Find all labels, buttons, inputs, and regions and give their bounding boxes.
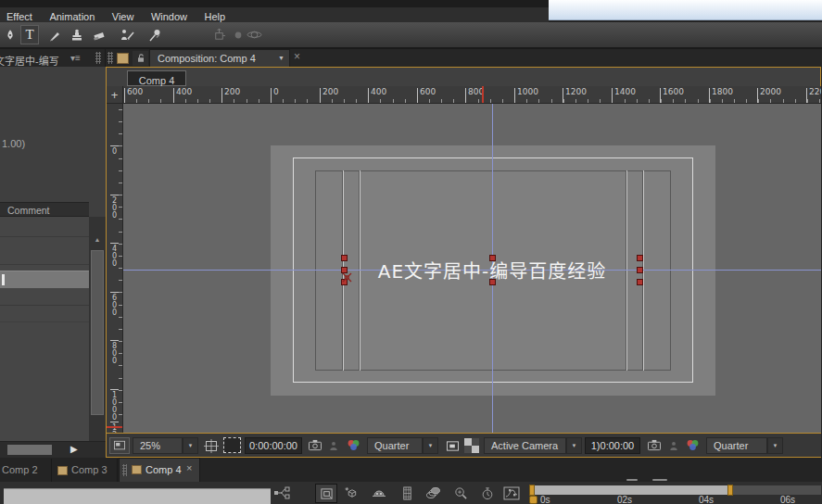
timeline-left-field[interactable]: [4, 488, 271, 504]
work-area-start-handle[interactable]: [529, 485, 535, 496]
panel-menu-icon[interactable]: ▾≡: [70, 53, 81, 63]
timeline-tab-comp2[interactable]: Comp 2: [0, 459, 52, 482]
composition-viewer[interactable]: AE文字居中-编导百度经验: [123, 104, 821, 433]
time-label: 0s: [540, 495, 550, 504]
comp-marker-icon[interactable]: [529, 496, 537, 504]
left-panel-value-fragment: 1.00): [2, 138, 25, 149]
viewer-tab-label: Comp 4: [139, 75, 175, 86]
chevron-down-icon: ▼: [188, 443, 194, 448]
mini-flowchart-icon[interactable]: [272, 485, 292, 501]
orbit-camera-icon[interactable]: [246, 27, 263, 43]
row-marker: [2, 274, 5, 285]
ruler-label: 600: [417, 88, 436, 103]
channels-icon[interactable]: [344, 437, 363, 453]
panel-grip[interactable]: [95, 52, 101, 64]
chevron-down-icon: ▼: [572, 443, 577, 448]
resolution-chevron-2[interactable]: ▼: [767, 437, 783, 454]
timecode-field-2[interactable]: 1)0:00:00: [585, 437, 640, 454]
selection-handle[interactable]: [341, 255, 348, 261]
time-label: 04s: [699, 495, 714, 504]
work-area-bar[interactable]: [535, 485, 727, 495]
left-panel-hscrollbar[interactable]: ▶: [0, 441, 106, 458]
scroll-right-icon[interactable]: ▶: [70, 444, 78, 454]
motion-blur-icon[interactable]: [423, 485, 443, 501]
timeline-tab-comp4-active[interactable]: Comp 4 ×: [119, 458, 200, 482]
ruler-label: 1200: [563, 88, 587, 103]
comment-column-header[interactable]: Comment: [0, 202, 89, 217]
magnification-dropdown[interactable]: 25%: [133, 437, 183, 454]
roto-brush-icon[interactable]: [118, 26, 136, 44]
resolution-value-2: Quarter: [714, 440, 748, 451]
brush-tool-icon[interactable]: [46, 26, 63, 44]
clone-stamp-icon[interactable]: [69, 26, 85, 44]
tab-chevron-down-icon[interactable]: ▼: [278, 55, 285, 61]
snapshot-camera-icon[interactable]: [305, 437, 324, 453]
eraser-tool-icon[interactable]: [91, 26, 107, 44]
always-preview-button[interactable]: [109, 437, 130, 454]
selection-handle[interactable]: [637, 255, 643, 261]
comp-panel-grip[interactable]: [107, 52, 113, 64]
ruler-label: 400: [173, 88, 192, 103]
selection-handle[interactable]: [637, 267, 643, 273]
scroll-up-button[interactable]: ▲: [89, 233, 106, 247]
shy-layers-icon[interactable]: [369, 485, 389, 501]
comp-panel-tab[interactable]: Composition: Comp 4 ▼: [149, 49, 290, 67]
pen-tool-icon[interactable]: [2, 26, 18, 44]
lock-icon[interactable]: [133, 51, 148, 66]
draft-3d-icon[interactable]: [315, 484, 337, 503]
left-panel-tabbar: 文字居中-编写 ▾≡: [0, 49, 106, 67]
puppet-pin-icon[interactable]: [146, 26, 163, 44]
background-window-titlebar: [549, 0, 822, 20]
ruler-label: 1000: [514, 88, 538, 103]
transparency-grid-button[interactable]: [464, 438, 479, 453]
resolution-value: Quarter: [374, 440, 409, 451]
safe-margins-button[interactable]: [202, 437, 221, 454]
region-button[interactable]: [444, 437, 462, 454]
viewer-tab-button[interactable]: Comp 4: [127, 70, 186, 86]
ruler-corner[interactable]: +: [107, 86, 123, 104]
tab-close-icon[interactable]: ×: [186, 462, 192, 473]
timecode-field[interactable]: 0:00:00:00: [245, 437, 302, 454]
axis-mode-icon[interactable]: [211, 27, 227, 43]
left-panel-tab-label: 文字居中-编写: [0, 53, 59, 67]
graph-editor-icon[interactable]: [501, 485, 522, 501]
row-separator: [0, 321, 89, 322]
show-snapshot-icon[interactable]: [326, 438, 341, 453]
selection-handle[interactable]: [489, 279, 496, 285]
magnification-chevron[interactable]: ▼: [183, 437, 198, 454]
left-panel: 文字居中-编写 ▾≡ 1.00) Comment ▲ ▼ ▶: [0, 49, 106, 458]
left-panel-tab[interactable]: 文字居中-编写: [0, 49, 69, 67]
tab-grip[interactable]: [122, 464, 127, 476]
corner-crosshair-icon: +: [111, 88, 119, 102]
anchor-point-icon[interactable]: [342, 272, 352, 283]
view-chevron[interactable]: ▼: [566, 437, 582, 454]
ruler-label: 1400: [612, 88, 636, 103]
channels-icon-2[interactable]: [683, 437, 702, 453]
show-snapshot-icon-2[interactable]: [666, 438, 681, 453]
tab-close-icon[interactable]: ×: [294, 50, 300, 63]
hscroll-thumb[interactable]: [7, 445, 52, 455]
snapshot-camera-icon-2[interactable]: [644, 437, 664, 453]
resolution-dropdown[interactable]: Quarter: [367, 437, 423, 454]
horizontal-ruler[interactable]: 600 400 200 0 200 400 600 800 1000 1200 …: [123, 86, 821, 104]
selection-handle[interactable]: [637, 279, 643, 285]
region-of-interest-button[interactable]: [223, 437, 241, 453]
timeline-tab-comp3[interactable]: Comp 3: [53, 459, 118, 482]
ruler-label: 1000: [110, 389, 119, 421]
work-area-end-handle[interactable]: [727, 485, 733, 496]
vertical-ruler[interactable]: 0 200 400 600 800 1000 1200: [107, 104, 123, 433]
center-point-icon[interactable]: [233, 30, 244, 41]
auto-keyframe-icon[interactable]: [477, 485, 498, 501]
resolution-dropdown-2[interactable]: Quarter: [706, 437, 767, 454]
selection-handle[interactable]: [489, 255, 496, 261]
frame-blending-icon[interactable]: [397, 485, 417, 501]
resolution-chevron[interactable]: ▼: [423, 437, 438, 454]
selected-row[interactable]: [0, 271, 89, 288]
ruler-label: 800: [110, 340, 119, 364]
ruler-label: 2000: [757, 88, 781, 103]
view-dropdown[interactable]: Active Camera: [484, 437, 566, 454]
brainstorm-icon[interactable]: [450, 485, 471, 501]
text-tool-icon[interactable]: T: [20, 25, 39, 44]
vscroll-thumb[interactable]: [91, 250, 104, 415]
live-update-icon[interactable]: [341, 485, 361, 501]
